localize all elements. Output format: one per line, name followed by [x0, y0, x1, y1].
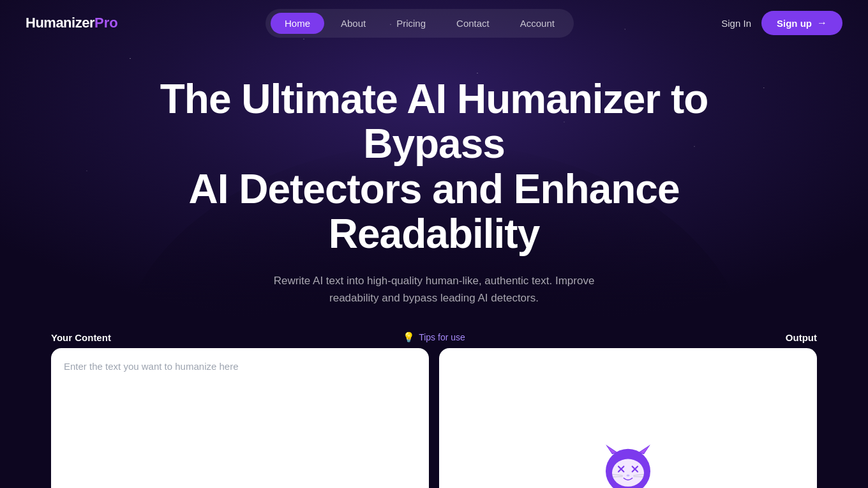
hero-title-line1: The Ultimate AI Humanizer to Bypass — [160, 76, 708, 167]
tips-label-container[interactable]: 💡 Tips for use — [403, 332, 465, 343]
sign-up-arrow-icon: → — [817, 17, 827, 29]
hero-section: The Ultimate AI Humanizer to Bypass AI D… — [0, 46, 868, 307]
nav-link-home[interactable]: Home — [271, 13, 324, 34]
svg-marker-3 — [608, 446, 617, 454]
input-label: Your Content — [51, 332, 434, 343]
nav-link-about[interactable]: About — [327, 13, 380, 34]
nav-link-pricing[interactable]: Pricing — [382, 13, 440, 34]
navbar: Humanizer Pro Home About Pricing Contact… — [0, 0, 868, 46]
nav-link-account[interactable]: Account — [506, 13, 569, 34]
logo-humanizer: Humanizer — [26, 15, 94, 31]
svg-point-5 — [612, 459, 644, 487]
editor-section: 👋 Try a sample 📋 Paste Text — [0, 348, 868, 488]
output-panel — [439, 348, 817, 488]
tips-label: Tips for use — [419, 332, 465, 342]
sign-in-button[interactable]: Sign In — [721, 18, 751, 29]
logo-pro: Pro — [94, 15, 118, 31]
input-panel: 👋 Try a sample 📋 Paste Text — [51, 348, 429, 488]
sign-up-button[interactable]: Sign up → — [761, 11, 842, 35]
logo[interactable]: Humanizer Pro — [26, 15, 118, 31]
nav-link-contact[interactable]: Contact — [442, 13, 504, 34]
mascot-icon — [596, 438, 660, 488]
svg-marker-4 — [640, 446, 648, 454]
nav-links-container: Home About Pricing Contact Account — [266, 9, 574, 38]
svg-point-10 — [627, 475, 630, 477]
input-textarea[interactable] — [64, 361, 416, 488]
nav-actions: Sign In Sign up → — [721, 11, 842, 35]
hero-subtitle: Rewrite AI text into high-quality human-… — [255, 272, 613, 307]
mascot-wrapper — [596, 438, 660, 488]
output-label: Output — [434, 332, 817, 343]
bulb-icon: 💡 — [403, 332, 415, 343]
hero-title-line2: AI Detectors and Enhance Readability — [188, 166, 679, 257]
sign-up-label: Sign up — [777, 18, 812, 29]
hero-title: The Ultimate AI Humanizer to Bypass AI D… — [147, 77, 721, 257]
editor-labels-row: Your Content 💡 Tips for use Output — [0, 332, 868, 343]
